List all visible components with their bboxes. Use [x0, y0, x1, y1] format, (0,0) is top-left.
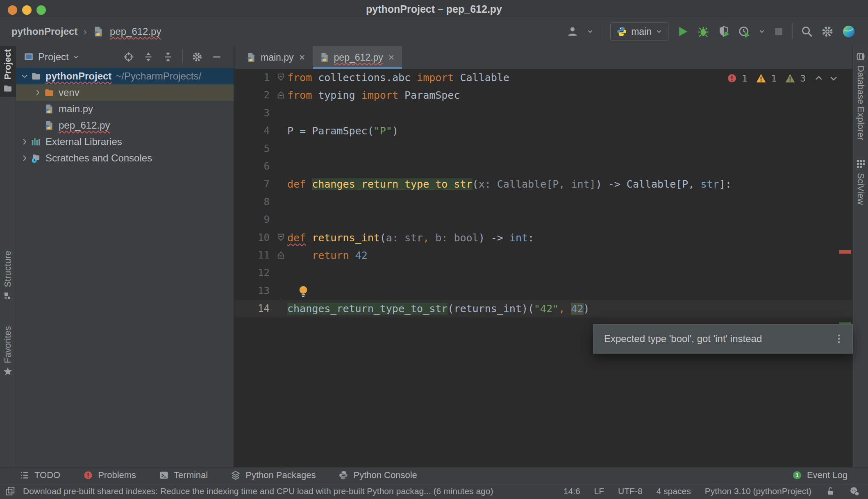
line-number[interactable]: 8 [234, 193, 270, 211]
search-everywhere-button[interactable] [801, 25, 813, 38]
breadcrumb-file[interactable]: pep_612.py [110, 26, 161, 37]
tree-item-main-py[interactable]: main.py [16, 101, 234, 117]
tree-item-label: venv [59, 87, 80, 98]
chevron-down-icon[interactable] [73, 54, 79, 60]
status-caret-position[interactable]: 14:6 [564, 486, 580, 496]
stripe-button-database-explorer[interactable]: Database Explorer [853, 52, 868, 140]
tree-item-path: ~/PycharmProjects/ [116, 70, 201, 82]
line-number[interactable]: 12 [234, 264, 270, 282]
code-line-4[interactable]: 4P = ParamSpec("P") [234, 122, 852, 140]
line-number[interactable]: 7 [234, 175, 270, 193]
tool-window-button-terminal[interactable]: Terminal [159, 470, 208, 481]
code-line-10[interactable]: 10def returns_int(a: str, b: bool) -> in… [234, 229, 852, 247]
hide-panel-button[interactable] [211, 52, 222, 62]
line-number[interactable]: 10 [234, 229, 270, 247]
tool-window-button-python-packages[interactable]: Python Packages [231, 470, 316, 481]
fold-marker-icon[interactable] [277, 234, 285, 241]
project-view-selector[interactable]: Project [38, 51, 69, 63]
settings-button[interactable] [821, 25, 834, 38]
code-line-5[interactable]: 5 [234, 140, 852, 158]
close-tab-icon[interactable] [387, 53, 395, 61]
error-stripe-mark[interactable] [839, 250, 851, 254]
intention-bulb-icon[interactable] [297, 285, 310, 298]
panel-options-button[interactable] [192, 52, 202, 62]
code-line-11[interactable]: 11 return 42 [234, 247, 852, 264]
tab-pep-612-py[interactable]: pep_612.py [313, 46, 402, 69]
code-line-9[interactable]: 9 [234, 211, 852, 229]
next-problem-button[interactable] [829, 73, 838, 83]
stripe-button-favorites[interactable]: Favorites [0, 323, 16, 380]
chevron-down-icon[interactable] [759, 28, 765, 35]
stripe-button-structure[interactable]: Structure [0, 247, 16, 304]
code-line-14[interactable]: 14changes_return_type_to_str(returns_int… [234, 300, 852, 318]
chevron-down-icon[interactable] [587, 28, 593, 35]
expand-all-button[interactable] [143, 52, 154, 62]
status-line-separator[interactable]: LF [594, 486, 604, 496]
stripe-button-project[interactable]: Project [0, 46, 16, 97]
status-file-encoding[interactable]: UTF-8 [618, 486, 643, 496]
tool-window-button-python-console[interactable]: Python Console [339, 470, 417, 481]
status-python-interpreter[interactable]: Python 3.10 (pythonProject) [705, 486, 811, 496]
run-configuration-select[interactable]: main [610, 22, 668, 41]
locate-file-button[interactable] [123, 52, 134, 62]
code-line-3[interactable]: 3 [234, 104, 852, 122]
previous-problem-button[interactable] [814, 73, 824, 83]
tool-window-button-problems[interactable]: Problems [83, 470, 136, 481]
tree-item-external-libraries[interactable]: External Libraries [16, 134, 234, 150]
inspections-profile-icon[interactable] [849, 486, 860, 497]
code-line-8[interactable]: 8 [234, 193, 852, 211]
tab-main-py[interactable]: main.py [239, 46, 313, 69]
tree-item-pythonproject[interactable]: pythonProject~/PycharmProjects/ [16, 68, 234, 84]
run-button[interactable] [677, 25, 689, 38]
line-number[interactable]: 5 [234, 140, 270, 158]
left-tool-window-stripe: Project Structure Favorites [0, 46, 16, 467]
line-number[interactable]: 1 [234, 69, 270, 86]
chevron-right-icon[interactable] [18, 137, 31, 146]
fold-marker-icon[interactable] [277, 91, 285, 99]
line-number[interactable]: 11 [234, 247, 270, 264]
line-number[interactable]: 9 [234, 211, 270, 229]
code-token: x: Callable[P, int] [479, 178, 596, 190]
status-message[interactable]: Download pre-built shared indexes: Reduc… [23, 486, 493, 496]
line-number[interactable]: 6 [234, 158, 270, 175]
code-token: returns_int [312, 232, 380, 244]
tree-item-venv[interactable]: venv [16, 84, 234, 101]
code-line-7[interactable]: 7def changes_return_type_to_str(x: Calla… [234, 175, 852, 193]
profiler-button[interactable] [738, 25, 750, 38]
code-editor[interactable]: 1from collections.abc import Callable2fr… [234, 69, 852, 467]
line-number[interactable]: 2 [234, 86, 270, 104]
debug-button[interactable] [697, 25, 709, 38]
inspections-widget[interactable]: 1 1 3 [727, 73, 838, 84]
chevron-right-icon[interactable] [32, 88, 44, 97]
tool-window-switcher-icon[interactable] [5, 486, 16, 497]
tree-item-scratches-and-consoles[interactable]: Scratches and Consoles [16, 150, 234, 166]
chevron-right-icon[interactable] [18, 154, 31, 163]
close-tab-icon[interactable] [298, 53, 306, 61]
python-file-icon [44, 120, 55, 131]
status-indent-style[interactable]: 4 spaces [657, 486, 691, 496]
user-account-button[interactable] [566, 25, 579, 38]
fold-marker-icon[interactable] [277, 73, 285, 81]
stripe-button-sciview[interactable]: SciView [853, 159, 868, 205]
toolbar-divider [602, 23, 602, 40]
fold-marker-icon[interactable] [277, 251, 285, 259]
libraries-icon [31, 136, 41, 147]
line-number[interactable]: 13 [234, 282, 270, 300]
code-line-13[interactable]: 13 [234, 282, 852, 300]
tooltip-more-actions-button[interactable] [834, 333, 844, 344]
event-log-button[interactable]: 1 Event Log [792, 470, 868, 481]
code-line-6[interactable]: 6 [234, 158, 852, 175]
line-number[interactable]: 4 [234, 122, 270, 140]
chevron-down-icon[interactable] [18, 72, 31, 81]
collapse-all-button[interactable] [163, 52, 173, 62]
run-with-coverage-button[interactable] [718, 25, 730, 38]
profile-sphere-icon[interactable] [842, 25, 856, 39]
lock-icon[interactable] [825, 486, 835, 496]
breadcrumb-project[interactable]: pythonProject [11, 26, 77, 37]
tool-window-button-todo[interactable]: TODO [20, 470, 60, 481]
line-number[interactable]: 14 [234, 300, 270, 318]
code-line-2[interactable]: 2from typing import ParamSpec [234, 86, 852, 104]
line-number[interactable]: 3 [234, 104, 270, 122]
code-line-12[interactable]: 12 [234, 264, 852, 282]
tree-item-pep-612-py[interactable]: pep_612.py [16, 117, 234, 134]
